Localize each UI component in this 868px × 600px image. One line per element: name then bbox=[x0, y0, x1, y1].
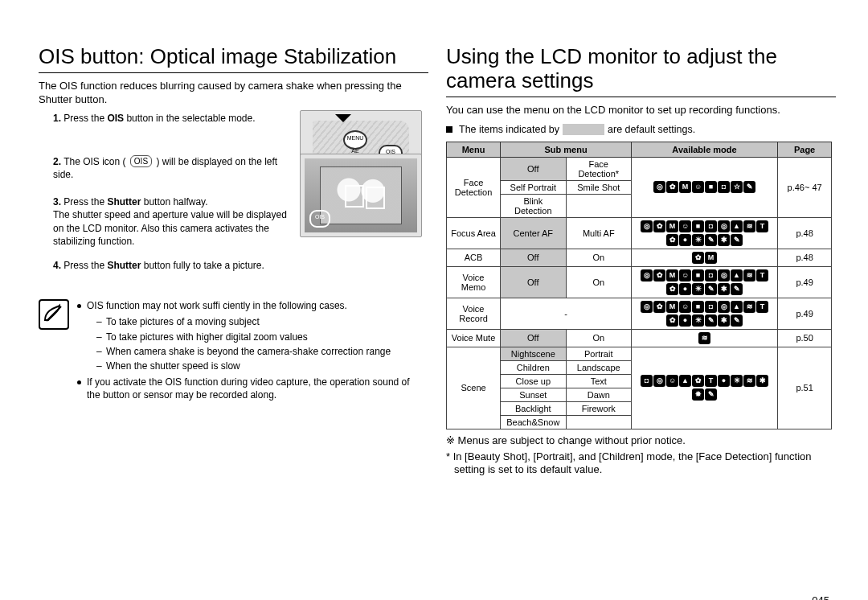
mode-icon: ☀ bbox=[692, 314, 704, 327]
sub-item: Self Portrait bbox=[501, 180, 566, 194]
table-row: Voice Record - ◎✿M☺■◘◎▲≋T✿●☀✎✱✎ p.49 bbox=[447, 298, 832, 329]
mode-icon: ◎ bbox=[641, 220, 653, 232]
mode-icon: ☺ bbox=[692, 181, 704, 193]
step-1: 1. Press the OIS button in the selectabl… bbox=[53, 112, 422, 125]
mode-icon: ✎ bbox=[705, 283, 717, 295]
mode-icons: ≋ bbox=[631, 329, 777, 347]
sub-item: Portrait bbox=[566, 347, 631, 360]
step-3: 3. Press the Shutter button halfway. The… bbox=[53, 195, 422, 248]
mode-icon: ◘ bbox=[718, 181, 730, 193]
sub-item: Face Detection* bbox=[566, 157, 631, 180]
mode-icon: ✿ bbox=[653, 301, 665, 313]
sub-item: Beach&Snow bbox=[501, 415, 566, 429]
sub-item: Close up bbox=[501, 374, 566, 388]
menu-voice-record: Voice Record bbox=[447, 298, 501, 329]
th-menu: Menu bbox=[447, 142, 501, 157]
press-arrow-icon bbox=[335, 114, 351, 122]
mode-icon: ◎ bbox=[653, 181, 665, 193]
mode-icon: ☺ bbox=[679, 269, 691, 282]
mode-icon: ◘ bbox=[705, 220, 717, 232]
mode-icon: ✿ bbox=[692, 252, 704, 264]
footnote-1: ※ Menus are subject to change without pr… bbox=[446, 434, 836, 448]
mode-icon: ◘ bbox=[705, 269, 717, 282]
mode-icon: ◎ bbox=[718, 301, 730, 313]
menu-voice-memo: Voice Memo bbox=[447, 266, 501, 298]
mode-icon: ◎ bbox=[718, 220, 730, 232]
mode-icon: M bbox=[679, 181, 691, 193]
sub-item: On bbox=[566, 329, 631, 347]
step-3-num: 3. bbox=[53, 196, 61, 208]
menu-ae-button-label: MENU AE bbox=[343, 130, 367, 150]
mode-icon: ✸ bbox=[692, 388, 704, 401]
mode-icons: ◎✿M☺■◘☆✎ bbox=[631, 157, 777, 217]
mode-icon: ☀ bbox=[692, 283, 704, 295]
mode-icon: ■ bbox=[692, 269, 704, 282]
page-ref: p.48 bbox=[778, 249, 832, 266]
note-sub-3: When camera shake is beyond the camera-s… bbox=[96, 345, 422, 358]
sub-item: Text bbox=[566, 374, 631, 388]
mode-icons: ◎✿M☺■◘◎▲≋T✿●☀✎✱✎ bbox=[631, 266, 777, 298]
mode-icon: ● bbox=[679, 283, 691, 295]
mode-icon: ● bbox=[679, 314, 691, 327]
mode-icon: M bbox=[666, 301, 678, 313]
mode-icons: ✿M bbox=[631, 249, 777, 266]
heading-ois: OIS button: Optical image Stabilization bbox=[39, 45, 428, 73]
menu-face-detection: Face Detection bbox=[447, 157, 501, 217]
step-4: 4. Press the Shutter button fully to tak… bbox=[53, 259, 422, 272]
mode-icon: ✱ bbox=[756, 375, 768, 387]
mode-icon: ◎ bbox=[718, 269, 730, 282]
step-4-num: 4. bbox=[53, 260, 61, 271]
note-item-1: OIS function may not work suffi ciently … bbox=[77, 299, 422, 372]
sub-default: Nightscene bbox=[501, 347, 566, 360]
note-icon bbox=[39, 299, 69, 330]
mode-icon: ✿ bbox=[666, 181, 678, 193]
mode-icon: ✱ bbox=[718, 314, 730, 327]
mode-icon: T bbox=[705, 375, 717, 387]
sub-default: Off bbox=[501, 266, 566, 298]
table-row: ACB Off On ✿M p.48 bbox=[447, 249, 832, 266]
menu-table: Menu Sub menu Available mode Page Face D… bbox=[446, 142, 832, 429]
mode-icon: ✎ bbox=[731, 234, 743, 246]
menu-focus-area: Focus Area bbox=[447, 217, 501, 249]
mode-icon: T bbox=[756, 269, 768, 282]
note-sub-4: When the shutter speed is slow bbox=[96, 360, 422, 372]
mode-icon: ≋ bbox=[743, 301, 755, 313]
heading-lcd: Using the LCD monitor to adjust the came… bbox=[446, 45, 836, 97]
table-row: Voice Mute Off On ≋ p.50 bbox=[447, 329, 832, 347]
mode-icon: ✿ bbox=[653, 269, 665, 282]
intro-lcd: You can use the menu on the LCD monitor … bbox=[446, 104, 836, 117]
mode-icon: ✿ bbox=[666, 314, 678, 327]
sub-item: Landscape bbox=[566, 360, 631, 374]
mode-icon: ✎ bbox=[705, 234, 717, 246]
mode-icon: ≋ bbox=[698, 332, 710, 344]
footnote-2: * In [Beauty Shot], [Portrait], and [Chi… bbox=[446, 450, 836, 478]
mode-icons: ◘◎☺▲✿T●☀≋✱✸✎ bbox=[631, 347, 777, 429]
mode-icon: ● bbox=[679, 234, 691, 246]
table-row: Voice Memo Off On ◎✿M☺■◘◎▲≋T✿●☀✎✱✎ p.49 bbox=[447, 266, 832, 298]
page-ref: p.49 bbox=[778, 266, 832, 298]
mode-icon: ☆ bbox=[731, 181, 743, 193]
menu-voice-mute: Voice Mute bbox=[447, 329, 501, 347]
mode-icon: T bbox=[756, 220, 768, 232]
mode-icon: ◘ bbox=[705, 301, 717, 313]
note-block: OIS function may not work suffi ciently … bbox=[39, 299, 428, 405]
mode-icon: ▲ bbox=[679, 375, 691, 387]
mode-icon: ■ bbox=[692, 301, 704, 313]
mode-icon: ● bbox=[718, 375, 730, 387]
sub-item: Sunset bbox=[501, 388, 566, 401]
mode-icon: T bbox=[756, 301, 768, 313]
sub-item: Backlight bbox=[501, 401, 566, 415]
step-2-num: 2. bbox=[53, 156, 61, 167]
step-2: 2. The OIS icon ( OIS ) will be displaye… bbox=[53, 155, 422, 181]
mode-icon: ✿ bbox=[666, 234, 678, 246]
mode-icon: ✎ bbox=[743, 181, 755, 193]
table-row: Focus Area Center AF Multi AF ◎✿M☺■◘◎▲≋T… bbox=[447, 217, 832, 249]
mode-icon: ◘ bbox=[641, 375, 653, 387]
sub-default: Center AF bbox=[501, 217, 566, 249]
mode-icon: ◎ bbox=[641, 269, 653, 282]
note-sub-1: To take pictures of a moving subject bbox=[96, 315, 422, 328]
mode-icon: ▲ bbox=[731, 301, 743, 313]
mode-icon: ☀ bbox=[731, 375, 743, 387]
mode-icon: ✿ bbox=[653, 220, 665, 232]
mode-icon: ≋ bbox=[743, 269, 755, 282]
